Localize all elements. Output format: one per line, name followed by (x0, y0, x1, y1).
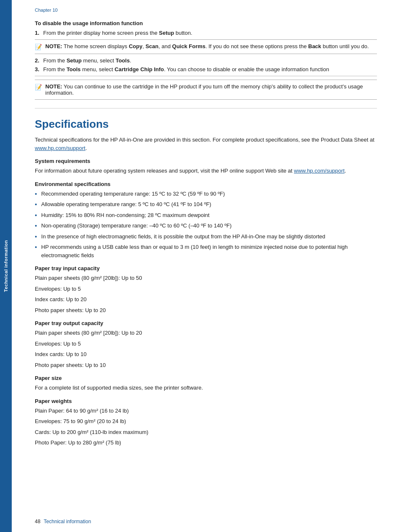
step-1-text: From the printer display home screen pre… (43, 30, 192, 36)
main-content: Chapter 10 To disable the usage informat… (12, 0, 400, 532)
paper-size-text: For a complete list of supported media s… (35, 384, 377, 392)
paper-input-items: Plain paper sheets (80 g/m² [20lb]): Up … (35, 274, 377, 314)
note-1-content: NOTE: The home screen displays Copy, Sca… (45, 43, 369, 50)
list-item: Cards: Up to 200 g/m² (110-lb index maxi… (35, 428, 377, 436)
env-bullets-list: Recommended operating temperature range:… (35, 190, 377, 260)
system-req-link[interactable]: www.hp.com/support (294, 168, 345, 174)
disable-usage-section: To disable the usage information functio… (35, 20, 377, 108)
list-item: Plain Paper: 64 to 90 g/m² (16 to 24 lb) (35, 407, 377, 415)
sidebar-label: Technical information (3, 240, 8, 292)
list-item: Envelopes: Up to 5 (35, 285, 377, 293)
list-item: Recommended operating temperature range:… (35, 190, 377, 199)
specifications-section: Specifications Technical specifications … (35, 118, 377, 447)
divider-1 (35, 76, 377, 76)
step-2-number: 2. (35, 57, 43, 64)
list-item: Plain paper sheets (80 g/m² [20lb]): Up … (35, 329, 377, 337)
list-item: Envelopes: Up to 5 (35, 340, 377, 348)
list-item: In the presence of high electromagnetic … (35, 232, 377, 242)
list-item: Photo paper sheets: Up to 10 (35, 361, 377, 369)
list-item: Index cards: Up to 20 (35, 295, 377, 304)
footer: 48 Technical information (35, 519, 377, 524)
footer-label: Technical information (44, 519, 91, 524)
system-req-heading: System requirements (35, 158, 377, 164)
step-3-text: From the Tools menu, select Cartridge Ch… (43, 66, 329, 72)
list-item: Index cards: Up to 10 (35, 350, 377, 359)
list-item: Envelopes: 75 to 90 g/m² (20 to 24 lb) (35, 417, 377, 426)
note-2-content: NOTE: You can continue to use the cartri… (45, 83, 377, 96)
step-3-number: 3. (35, 66, 43, 72)
list-item: Plain paper sheets (80 g/m² [20lb]): Up … (35, 274, 377, 282)
disable-usage-heading: To disable the usage information functio… (35, 20, 377, 26)
list-item: HP recommends using a USB cable less tha… (35, 243, 377, 259)
page: Technical information Chapter 10 To disa… (0, 0, 400, 532)
step-2: 2. From the Setup menu, select Tools. (35, 57, 377, 64)
list-item: Humidity: 15% to 80% RH non-condensing; … (35, 211, 377, 220)
list-item: Non-operating (Storage) temperature rang… (35, 222, 377, 231)
paper-output-items: Plain paper sheets (80 g/m² [20lb]): Up … (35, 329, 377, 369)
list-item: Photo Paper: Up to 280 g/m² (75 lb) (35, 439, 377, 447)
specs-intro: Technical specifications for the HP All-… (35, 136, 377, 152)
env-heading: Environmental specifications (35, 181, 377, 187)
paper-input-heading: Paper tray input capacity (35, 265, 377, 271)
list-item: Allowable operating temperature range: 5… (35, 200, 377, 209)
step-1: 1. From the printer display home screen … (35, 30, 377, 36)
note-2: 📝 NOTE: You can continue to use the cart… (35, 80, 377, 100)
note-icon-1: 📝 (35, 44, 42, 50)
note-icon-2: 📝 (35, 84, 42, 96)
list-item: Photo paper sheets: Up to 20 (35, 306, 377, 315)
footer-page-num: 48 (35, 519, 40, 524)
specs-title: Specifications (35, 118, 377, 131)
paper-size-heading: Paper size (35, 375, 377, 381)
system-req-text: For information about future operating s… (35, 167, 377, 175)
note-1: 📝 NOTE: The home screen displays Copy, S… (35, 39, 377, 54)
chapter-label: Chapter 10 (35, 8, 377, 13)
paper-weights-items: Plain Paper: 64 to 90 g/m² (16 to 24 lb)… (35, 407, 377, 447)
sidebar: Technical information (0, 0, 12, 532)
intro-link[interactable]: www.hp.com/support (35, 145, 86, 151)
step-1-number: 1. (35, 30, 43, 36)
paper-output-heading: Paper tray output capacity (35, 320, 377, 326)
paper-weights-heading: Paper weights (35, 398, 377, 404)
step-3: 3. From the Tools menu, select Cartridge… (35, 66, 377, 72)
step-2-text: From the Setup menu, select Tools. (43, 57, 131, 64)
